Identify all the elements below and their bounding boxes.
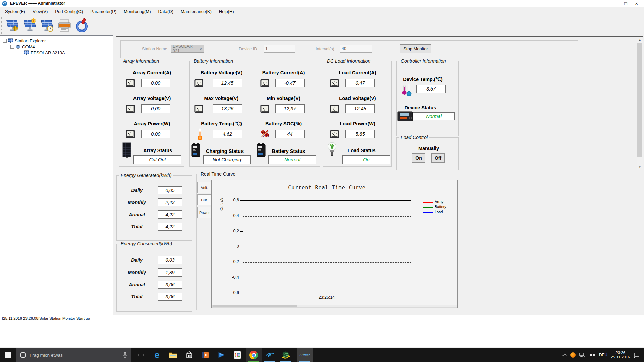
- taskbar: Frag mich etwas e e EPever DEU 23:26 25.…: [0, 348, 644, 362]
- menu-help[interactable]: Help(H): [215, 7, 238, 16]
- monthly-label: Monthly: [120, 200, 154, 205]
- menu-monitoring[interactable]: Monitoring(M): [120, 7, 154, 16]
- tree-node-label[interactable]: COM4: [22, 44, 35, 49]
- device-status-value: Normal: [413, 112, 455, 120]
- tab-power[interactable]: Power: [197, 207, 211, 218]
- tree-node-label[interactable]: Station Explorer: [15, 38, 46, 43]
- language-indicator[interactable]: DEU: [599, 353, 607, 357]
- gauge-icon: [125, 104, 136, 114]
- legend-line-load: [423, 212, 433, 213]
- group-title: Energy Consumed(kWh): [119, 241, 173, 246]
- menu-parameter[interactable]: Parameter(P): [87, 7, 120, 16]
- menu-port-config[interactable]: Port Config(C): [51, 7, 87, 16]
- exit-button[interactable]: [74, 18, 89, 33]
- load-off-button[interactable]: Off: [431, 153, 445, 163]
- tree-node-device[interactable]: EPSOLAR 3210A: [22, 50, 65, 56]
- tree-node-com4[interactable]: COM4: [10, 44, 35, 50]
- speaker-icon[interactable]: [589, 352, 596, 358]
- minimize-button[interactable]: –: [603, 0, 618, 7]
- app-grid-taskbar-button[interactable]: [229, 348, 246, 362]
- total-value: 3,06: [158, 293, 182, 301]
- daily-label: Daily: [120, 257, 154, 263]
- internet-explorer-icon: e: [265, 351, 274, 359]
- epever-app-taskbar-button[interactable]: EPever: [297, 348, 313, 362]
- collapse-icon[interactable]: [10, 45, 14, 49]
- scroll-down-icon[interactable]: ▼: [637, 164, 643, 170]
- network-icon[interactable]: [579, 352, 586, 358]
- chrome-taskbar-button[interactable]: [246, 348, 262, 362]
- collapse-icon[interactable]: [3, 39, 7, 43]
- scroll-up-icon[interactable]: ▲: [637, 37, 643, 42]
- y-tickmark: [240, 262, 243, 262]
- scrollbar-thumb[interactable]: [637, 43, 642, 157]
- print-button[interactable]: [57, 18, 72, 33]
- stop-monitor-button[interactable]: Stop Monitor: [400, 44, 431, 53]
- station-name-value: EPSOLAR 321: [173, 44, 199, 53]
- tab-cur[interactable]: Cur.: [197, 194, 211, 205]
- menu-view[interactable]: View(V): [29, 7, 51, 16]
- monitor-vertical-scrollbar[interactable]: ▲ ▼: [637, 37, 643, 170]
- total-value: 4,22: [158, 223, 182, 231]
- station-parameter-button[interactable]: [22, 18, 37, 33]
- group-title: Load Control: [399, 135, 429, 140]
- tree-node-station-explorer[interactable]: Station Explorer: [3, 38, 46, 44]
- scrollbar-thumb[interactable]: [213, 305, 297, 307]
- tray-app-icon[interactable]: [570, 352, 576, 358]
- monitor-header: Station Name EPSOLAR 321 ∨ Device ID 1 I…: [120, 40, 578, 58]
- menu-maintenance[interactable]: Maintenance(K): [177, 7, 215, 16]
- start-button[interactable]: [0, 348, 16, 362]
- store-taskbar-button[interactable]: [181, 348, 197, 362]
- media-player-taskbar-button[interactable]: [197, 348, 213, 362]
- y-tick: -0,2: [224, 259, 239, 264]
- legend-label-load: Load: [435, 210, 443, 214]
- controller-device-icon: [397, 111, 413, 122]
- solar-device-icon: [24, 50, 29, 55]
- player-app-taskbar-button[interactable]: [213, 348, 229, 362]
- daily-label: Daily: [120, 188, 154, 193]
- epever-app-icon: EPever: [300, 353, 310, 357]
- station-name-dropdown[interactable]: EPSOLAR 321 ∨: [171, 45, 204, 53]
- light-bulb-icon: [327, 141, 337, 157]
- legend-label-array: Array: [435, 200, 443, 204]
- chart-horizontal-scrollbar[interactable]: [212, 305, 457, 308]
- gridline-vertical: [327, 201, 327, 293]
- controller-information-group: Controller Information Device Temp.(℃) 3…: [396, 61, 459, 136]
- close-button[interactable]: ✕: [629, 0, 644, 7]
- thermometer-icon: [196, 127, 204, 141]
- java-app-taskbar-button[interactable]: [278, 348, 294, 362]
- interval-input[interactable]: 40: [340, 45, 372, 53]
- solar-panel-icon: [122, 142, 132, 158]
- gauge-icon: [125, 129, 136, 139]
- file-explorer-taskbar-button[interactable]: [165, 348, 181, 362]
- real-time-monitor-button[interactable]: [39, 18, 54, 33]
- battery-temp-value: 4,62: [213, 130, 242, 138]
- system-tray: DEU 23:26 25.11.2016: [562, 348, 644, 362]
- taskbar-clock[interactable]: 23:26 25.11.2016: [611, 351, 630, 359]
- microphone-icon[interactable]: [122, 351, 128, 359]
- load-on-button[interactable]: On: [412, 153, 425, 163]
- tree-node-label[interactable]: EPSOLAR 3210A: [31, 50, 65, 55]
- y-tickmark: [240, 231, 243, 232]
- solar-station-icon: [8, 38, 13, 43]
- real-time-curve-group: Real Time Curve Volt. Cur. Power Current…: [196, 174, 459, 310]
- max-voltage-value: 13,26: [213, 104, 242, 113]
- menu-system[interactable]: System(F): [1, 7, 29, 16]
- battery-temp-label: Battery Temp.(℃): [191, 121, 252, 126]
- y-tick: 0: [224, 244, 239, 249]
- gauge-icon: [330, 129, 340, 139]
- chevron-up-icon[interactable]: [562, 353, 567, 357]
- task-view-button[interactable]: [133, 348, 149, 362]
- add-station-button[interactable]: [5, 18, 19, 33]
- tab-volt[interactable]: Volt.: [197, 182, 211, 193]
- internet-explorer-taskbar-button[interactable]: e: [262, 348, 278, 362]
- chrome-icon: [249, 351, 258, 359]
- menu-data[interactable]: Data(D): [155, 7, 177, 16]
- energy-consumed-group: Energy Consumed(kWh) Daily 0,03 Monthly …: [116, 244, 192, 312]
- edge-taskbar-button[interactable]: e: [149, 348, 165, 362]
- action-center-icon[interactable]: [633, 352, 640, 358]
- device-id-input[interactable]: 1: [264, 45, 295, 53]
- array-current-label: Array Current(A): [119, 70, 185, 75]
- manually-label: Manually: [407, 146, 450, 151]
- taskbar-search[interactable]: Frag mich etwas: [16, 348, 131, 362]
- log-output: [25.11.2016 23:26:08]Solar Station Monit…: [0, 315, 644, 347]
